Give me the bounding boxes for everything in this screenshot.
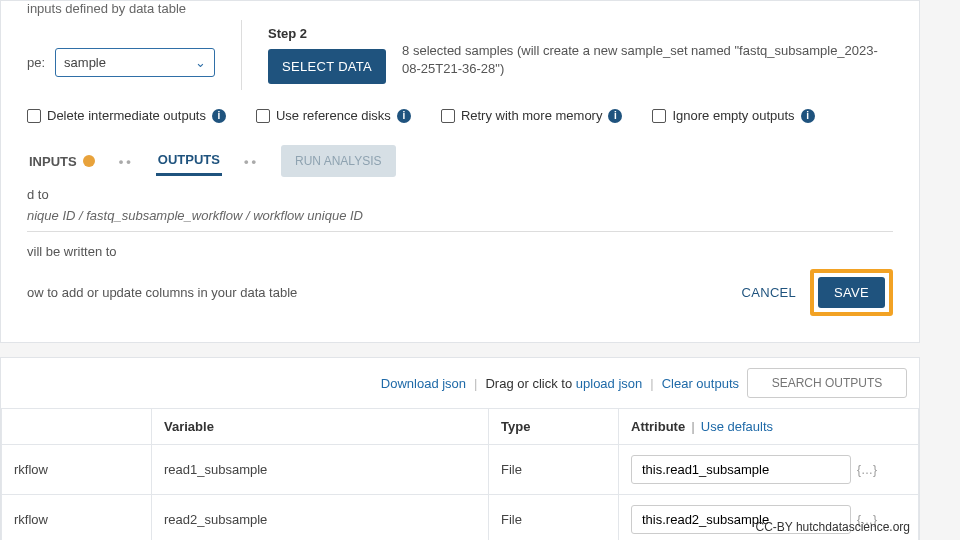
step2-label: Step 2 — [268, 26, 386, 41]
cell-task: rkflow — [2, 495, 152, 541]
use-defaults-link[interactable]: Use defaults — [701, 419, 773, 434]
upload-json-area[interactable]: Drag or click to upload json — [485, 376, 642, 391]
save-button[interactable]: SAVE — [818, 277, 885, 308]
option-reference-disks[interactable]: Use reference disks i — [256, 108, 411, 123]
col-type[interactable]: Type — [489, 409, 619, 445]
help-text: ow to add or update columns in your data… — [27, 285, 297, 300]
written-to-prefix: d to — [19, 187, 901, 202]
root-type-value: sample — [64, 55, 106, 70]
attribution: CC-BY hutchdatascience.org — [755, 520, 910, 534]
tab-inputs[interactable]: INPUTS — [27, 148, 97, 175]
select-data-button[interactable]: SELECT DATA — [268, 49, 386, 84]
separator: | — [650, 376, 653, 391]
checkbox-icon — [441, 109, 455, 123]
option-ignore-empty[interactable]: Ignore empty outputs i — [652, 108, 814, 123]
option-label: Use reference disks — [276, 108, 391, 123]
root-type-label: pe: — [27, 55, 45, 70]
info-icon[interactable]: i — [608, 109, 622, 123]
checkbox-icon — [256, 109, 270, 123]
option-label: Retry with more memory — [461, 108, 603, 123]
run-analysis-button: RUN ANALYSIS — [281, 145, 395, 177]
output-path: nique ID / fastq_subsample_workflow / wo… — [19, 208, 901, 223]
cancel-button[interactable]: CANCEL — [742, 285, 797, 300]
col-attribute[interactable]: Attribute | Use defaults — [619, 409, 919, 445]
info-icon[interactable]: i — [397, 109, 411, 123]
col-task[interactable] — [2, 409, 152, 445]
written-to-label: vill be written to — [19, 244, 901, 259]
horizontal-divider — [27, 231, 893, 232]
inputs-note: inputs defined by data table — [19, 1, 901, 16]
vertical-divider — [241, 20, 242, 90]
separator: | — [474, 376, 477, 391]
chevron-down-icon: ⌄ — [195, 55, 206, 70]
search-outputs-input[interactable] — [747, 368, 907, 398]
checkbox-icon — [27, 109, 41, 123]
cell-variable: read1_subsample — [152, 445, 489, 495]
option-retry-memory[interactable]: Retry with more memory i — [441, 108, 623, 123]
table-row: rkflowread1_subsampleFile{…} — [2, 445, 919, 495]
dots-icon: •• — [244, 154, 259, 169]
info-icon[interactable]: i — [212, 109, 226, 123]
struct-builder-icon[interactable]: {…} — [857, 463, 877, 477]
info-icon[interactable]: i — [801, 109, 815, 123]
cell-type: File — [489, 445, 619, 495]
option-delete-intermediate[interactable]: Delete intermediate outputs i — [27, 108, 226, 123]
dots-icon: •• — [119, 154, 134, 169]
cell-task: rkflow — [2, 445, 152, 495]
checkbox-icon — [652, 109, 666, 123]
cell-variable: read2_subsample — [152, 495, 489, 541]
root-type-select[interactable]: sample ⌄ — [55, 48, 215, 77]
warning-icon — [83, 155, 95, 167]
col-variable[interactable]: Variable — [152, 409, 489, 445]
download-json-link[interactable]: Download json — [381, 376, 466, 391]
save-highlight: SAVE — [810, 269, 893, 316]
clear-outputs-link[interactable]: Clear outputs — [662, 376, 739, 391]
upload-json-link[interactable]: upload json — [576, 376, 643, 391]
attribute-input[interactable] — [631, 455, 851, 484]
tab-outputs[interactable]: OUTPUTS — [156, 146, 222, 176]
option-label: Delete intermediate outputs — [47, 108, 206, 123]
selected-samples-description: 8 selected samples (will create a new sa… — [402, 42, 882, 78]
option-label: Ignore empty outputs — [672, 108, 794, 123]
cell-type: File — [489, 495, 619, 541]
